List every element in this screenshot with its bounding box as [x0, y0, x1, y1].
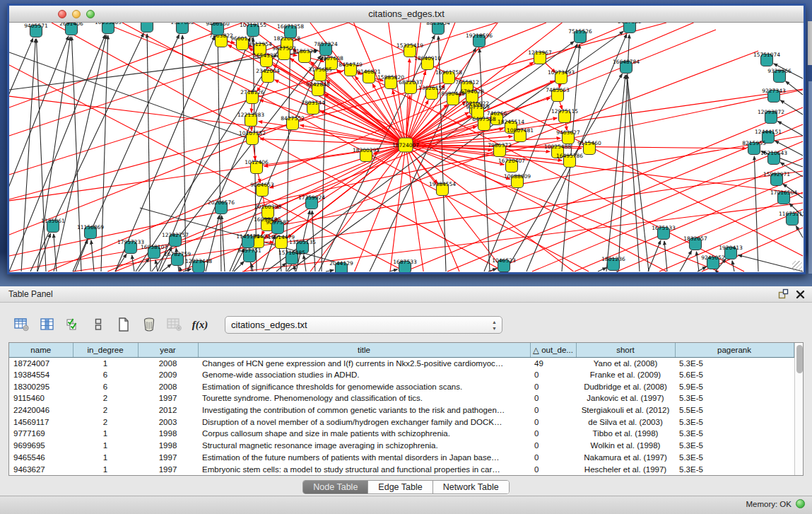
function-builder-button[interactable]: f(x) [189, 315, 211, 334]
graph-node-label: 16958107 [141, 244, 167, 250]
graph-node-label: 12093872 [758, 109, 784, 115]
table-row[interactable]: 1938455462009Genome-wide association stu… [9, 369, 794, 381]
graph-node-label: 9329966 [767, 68, 792, 74]
graph-node-label: 9463627 [556, 129, 580, 136]
graph-node-label: 15325419 [396, 42, 423, 49]
graph-node-label: 7857224 [314, 41, 338, 47]
graph-node-label: 13505135 [289, 239, 316, 245]
graph-node-label: 16648784 [613, 59, 640, 65]
float-panel-icon[interactable] [778, 288, 789, 302]
column-header-name[interactable]: name [9, 343, 73, 357]
show-columns-button[interactable] [37, 315, 58, 334]
graph-node-label: 1687533 [393, 259, 417, 265]
column-header-pagerank[interactable]: pagerank [675, 343, 794, 357]
resize-grip-icon[interactable] [792, 261, 802, 271]
delete-table-button[interactable] [139, 315, 160, 334]
table-row[interactable]: 969969511998Structural magnetic resonanc… [9, 440, 794, 452]
tab-edge-table[interactable]: Edge Table [368, 481, 433, 493]
tab-node-table[interactable]: Node Table [303, 481, 368, 493]
graph-node-label: 12823448 [185, 258, 212, 264]
column-header-in_degree[interactable]: in_degree [73, 343, 138, 357]
graph-node-label: 6794028 [460, 88, 484, 95]
split-pane-handle[interactable] [401, 279, 411, 284]
graph-node-label: 7515526 [568, 28, 592, 35]
table-row[interactable]: 1456911722003Disruption of a novel membe… [9, 416, 794, 428]
network-view-window: citations_edges.txt 18724007746382296601… [7, 4, 806, 274]
graph-node-label: 1832057 [683, 235, 707, 242]
table-row[interactable]: 1872400712008Changes of HCN gene express… [9, 357, 794, 369]
table-select-dropdown[interactable]: citations_edges.txt ▲▼ [225, 316, 502, 334]
table-scrollbar-thumb[interactable] [796, 345, 803, 373]
graph-node-label: 9097587 [266, 219, 290, 226]
table-row[interactable]: 1830029562008Estimation of significance … [9, 380, 794, 392]
table-tabs: Node TableEdge TableNetwork Table [302, 480, 509, 494]
graph-node-label: 16961758 [435, 69, 462, 76]
graph-node-label: 2867608 [319, 55, 343, 62]
table-toolbar: f(x) citations_edges.txt ▲▼ [0, 303, 812, 337]
graph-node-label: 9245052 [701, 255, 725, 261]
graph-node-label: 1675133 [652, 225, 676, 231]
graph-node[interactable] [141, 23, 153, 33]
table-panel: Table Panel [0, 286, 812, 514]
column-header-short[interactable]: short [576, 343, 675, 357]
graph-node-label: 9777169 [466, 104, 490, 110]
graph-node-label: 18245514 [498, 119, 524, 125]
table-mode-button[interactable] [11, 315, 33, 334]
graph-node-label: 2803144 [301, 100, 325, 106]
graph-node-label: 16782759 [164, 251, 191, 257]
graph-node-label: 2044129 [329, 260, 353, 267]
tab-network-table[interactable]: Network Table [433, 481, 509, 493]
table-row[interactable]: 946362711997Embryonic stem cells: a mode… [9, 463, 794, 475]
column-header-out_de[interactable]: △ out_de... [530, 343, 576, 357]
table-panel-header: Table Panel [0, 286, 812, 303]
graph-node-label: 9466160 [206, 23, 230, 27]
new-table-button[interactable] [113, 315, 134, 334]
graph-node-label: 9457751 [237, 247, 261, 254]
row-options-button[interactable] [88, 315, 109, 334]
graph-node-label: 12444151 [755, 129, 782, 135]
graph-node-label: 3175685 [308, 66, 332, 73]
select-all-columns-button[interactable] [62, 315, 83, 334]
import-table-button[interactable] [164, 315, 185, 334]
graph-node-label: 6497568 [472, 116, 496, 122]
table-row[interactable]: 911546021997Tourette syndrome. Phenomeno… [9, 392, 794, 404]
adjacent-frame-sliver-2 [808, 81, 812, 274]
memory-status-icon[interactable] [796, 499, 805, 508]
table-row[interactable]: 2242004622012Investigating the contribut… [9, 404, 794, 416]
table-scrollbar[interactable] [794, 343, 804, 475]
close-panel-icon[interactable] [796, 289, 805, 302]
graph-node-label: 16543382 [253, 52, 280, 59]
node-table-grid[interactable]: namein_degreeyeartitle△ out_de...shortpa… [9, 343, 794, 475]
graph-node-label: 10807481 [507, 127, 534, 134]
table-row[interactable]: 977716911998Corpus callosum shape and si… [9, 428, 794, 440]
graph-node-label: 9115460 [577, 140, 601, 146]
graph-node-label: 18640910 [414, 55, 441, 62]
graph-node-label: 10973493 [548, 69, 575, 76]
graph-node-label: 8215955 [742, 140, 766, 146]
graph-node-label: 1012406 [245, 159, 269, 165]
graph-node-label: 11156869 [77, 224, 104, 230]
table-row[interactable]: 946554611997Estimation of the future num… [9, 452, 794, 464]
graph-node-label: 7485063 [546, 87, 570, 93]
graph-node-label: 10653287 [134, 23, 160, 24]
network-window-titlebar[interactable]: citations_edges.txt [9, 6, 804, 23]
network-canvas[interactable]: 1872400774638229660128891295416543382234… [9, 23, 804, 272]
graph-node-label: 1527602 [170, 23, 194, 25]
graph-node-label: 8813054 [426, 23, 450, 26]
graph-node-label: 9405571 [24, 23, 48, 29]
graph-node-label: 17016504 [770, 189, 797, 196]
graph-node-label: 2087682 [618, 23, 642, 25]
graph-node-label: 20206576 [208, 199, 235, 206]
graph-node-label: 1213967 [528, 49, 552, 56]
graph-node-label: 1801236 [601, 256, 625, 262]
graph-node-label: 15716485 [278, 250, 305, 256]
memory-status-label: Memory: OK [746, 500, 792, 508]
column-header-title[interactable]: title [198, 343, 530, 357]
graph-node-label: 16210643 [760, 150, 787, 156]
graph-node-label: 7955812 [455, 79, 479, 86]
graph-node-label: 9242848 [306, 81, 330, 88]
column-header-year[interactable]: year [138, 343, 198, 357]
graph-node-label: 18724007 [392, 142, 419, 148]
graph-node-label: 9064653 [250, 182, 274, 188]
graph-node-label: 1920413 [719, 245, 743, 251]
